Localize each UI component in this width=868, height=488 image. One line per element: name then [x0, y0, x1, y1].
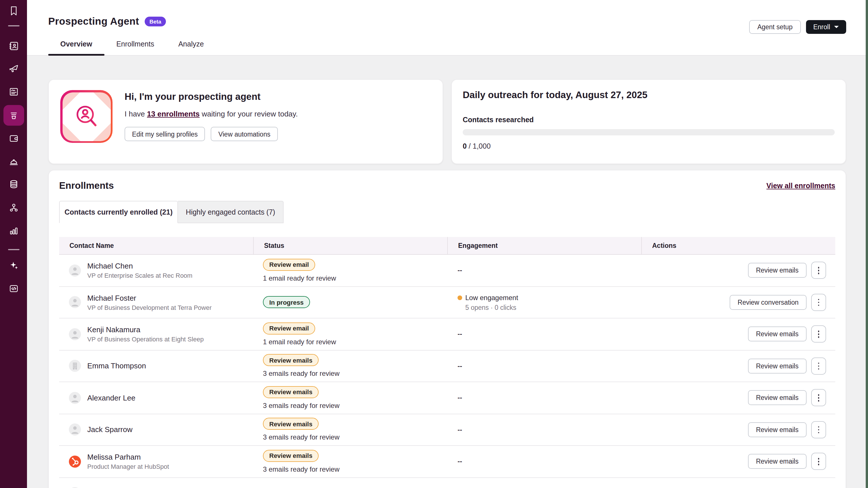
developer-icon[interactable]	[3, 278, 24, 299]
service-bell-icon[interactable]	[3, 151, 24, 171]
status-note: 3 emails ready for review	[263, 370, 340, 378]
contact-avatar-company-icon	[69, 360, 81, 372]
engagement-placeholder: --	[458, 362, 641, 370]
person-search-icon	[72, 102, 101, 131]
right-edge-strip	[866, 0, 868, 488]
outreach-card-title: Daily outreach for today, August 27, 202…	[463, 90, 835, 100]
edit-selling-profiles-button[interactable]: Edit my selling profiles	[125, 127, 205, 141]
bookmark-icon[interactable]	[3, 1, 24, 21]
database-icon[interactable]	[3, 174, 24, 195]
actions-cell: Review emails	[641, 382, 835, 414]
table-row: Kenji Nakamura VP of Business Operations…	[59, 319, 835, 350]
workflows-icon[interactable]	[3, 197, 24, 218]
actions-cell: Review emails	[641, 414, 835, 445]
agent-card-title: Hi, I'm your prospecting agent	[125, 91, 298, 102]
engagement-cell: Low engagement 5 opens · 0 clicks	[447, 287, 641, 318]
table-row: Melissa Parham Product Manager at HubSpo…	[59, 446, 835, 478]
enrollment-rows: Michael Chen VP of Enterprise Scales at …	[59, 255, 835, 488]
app-window: Prospecting Agent Beta Overview Enrollme…	[0, 0, 868, 488]
table-row: Michael Foster VP of Business Developmen…	[59, 287, 835, 319]
enroll-button-label: Enroll	[813, 24, 830, 30]
actions-cell: Review emails	[641, 446, 835, 477]
contact-cell: Michael Chen VP of Enterprise Scales at …	[59, 255, 253, 286]
row-kebab-menu-button[interactable]	[811, 262, 826, 279]
status-badge: Review email	[263, 259, 315, 271]
row-action-button[interactable]: Review emails	[748, 327, 807, 342]
table-row	[59, 478, 835, 488]
row-kebab-menu-button[interactable]	[811, 421, 826, 438]
engagement-rich: Low engagement 5 opens · 0 clicks	[458, 294, 641, 311]
newsfeed-icon[interactable]	[3, 82, 24, 102]
row-action-button[interactable]: Review conversation	[730, 295, 807, 310]
engagement-cell: --	[447, 255, 641, 286]
enrollments-tabs: Contacts currently enrolled (21) Highly …	[59, 201, 835, 223]
enroll-button[interactable]: Enroll	[806, 20, 846, 34]
contact-avatar-person-icon	[69, 296, 81, 308]
enrollments-count-link[interactable]: 13 enrollments	[147, 109, 200, 118]
contacts-icon[interactable]	[3, 36, 24, 56]
wallet-icon[interactable]	[3, 128, 24, 149]
view-all-enrollments-link[interactable]: View all enrollments	[766, 182, 835, 190]
contact-cell: Emma Thompson	[59, 350, 253, 382]
nav-divider	[8, 249, 19, 250]
status-note: 1 email ready for review	[263, 338, 336, 346]
tab-highly-engaged-contacts[interactable]: Highly engaged contacts (7)	[178, 201, 284, 223]
actions-cell: Review emails	[641, 255, 835, 286]
daily-outreach-card: Daily outreach for today, August 27, 202…	[451, 79, 846, 164]
contact-name: Alexander Lee	[87, 394, 135, 402]
table-row: Emma Thompson Review emails 3 emails rea…	[59, 350, 835, 382]
row-action-button[interactable]: Review emails	[748, 359, 807, 373]
contact-name: Kenji Nakamura	[87, 326, 204, 334]
status-badge: Review emails	[263, 386, 319, 398]
beta-badge: Beta	[145, 17, 166, 27]
contact-subtitle: VP of Business Operations at Eight Sleep	[87, 336, 204, 343]
engagement-cell: --	[447, 414, 641, 445]
status-note: 3 emails ready for review	[263, 433, 340, 442]
contact-avatar-hubspot-icon	[69, 456, 81, 468]
view-automations-button[interactable]: View automations	[211, 127, 278, 141]
tab-enrollments[interactable]: Enrollments	[104, 40, 166, 56]
status-cell: Review email 1 email ready for review	[253, 319, 447, 350]
engagement-cell: --	[447, 319, 641, 350]
tab-contacts-currently-enrolled[interactable]: Contacts currently enrolled (21)	[59, 201, 178, 223]
row-kebab-menu-button[interactable]	[811, 294, 826, 311]
row-kebab-menu-button[interactable]	[811, 357, 826, 375]
table-row: Jack Sparrow Review emails 3 emails read…	[59, 414, 835, 446]
megaphone-icon[interactable]	[3, 59, 24, 79]
status-note: 1 email ready for review	[263, 274, 336, 282]
engagement-placeholder: --	[458, 330, 641, 338]
status-cell: Review emails 3 emails ready for review	[253, 350, 447, 382]
contact-name: Michael Chen	[87, 262, 192, 270]
reports-icon[interactable]	[3, 220, 24, 241]
engagement-cell: --	[447, 382, 641, 414]
column-header-actions: Actions	[641, 237, 835, 254]
prospecting-icon[interactable]	[3, 105, 24, 126]
enrollments-table: Contact Name Status Engagement Actions M…	[59, 237, 835, 488]
contact-cell: Michael Foster VP of Business Developmen…	[59, 287, 253, 318]
row-action-button[interactable]: Review emails	[748, 422, 807, 437]
column-header-status: Status	[253, 237, 447, 254]
contact-avatar-person-icon	[69, 264, 81, 276]
contact-name: Emma Thompson	[87, 362, 146, 370]
row-kebab-menu-button[interactable]	[811, 389, 826, 406]
table-header-row: Contact Name Status Engagement Actions	[59, 237, 835, 255]
row-action-button[interactable]: Review emails	[748, 454, 807, 469]
tab-analyze[interactable]: Analyze	[166, 40, 216, 56]
contacts-researched-count: 0 / 1,000	[463, 142, 835, 150]
row-action-button[interactable]: Review emails	[748, 263, 807, 278]
page-title: Prospecting Agent	[48, 15, 139, 28]
engagement-detail: 5 opens · 0 clicks	[458, 304, 641, 311]
status-badge: Review emails	[263, 354, 319, 366]
contact-name: Melissa Parham	[87, 453, 169, 462]
row-action-button[interactable]: Review emails	[748, 390, 807, 405]
status-cell	[253, 478, 447, 488]
chevron-down-icon	[834, 26, 839, 28]
row-kebab-menu-button[interactable]	[811, 326, 826, 343]
contact-subtitle: Product Manager at HubSpot	[87, 463, 169, 470]
contact-cell	[59, 478, 253, 488]
contact-cell: Alexander Lee	[59, 382, 253, 414]
row-kebab-menu-button[interactable]	[811, 453, 826, 470]
tab-overview[interactable]: Overview	[48, 40, 104, 56]
ai-sparkle-icon[interactable]	[3, 255, 24, 276]
agent-setup-button[interactable]: Agent setup	[749, 20, 801, 34]
